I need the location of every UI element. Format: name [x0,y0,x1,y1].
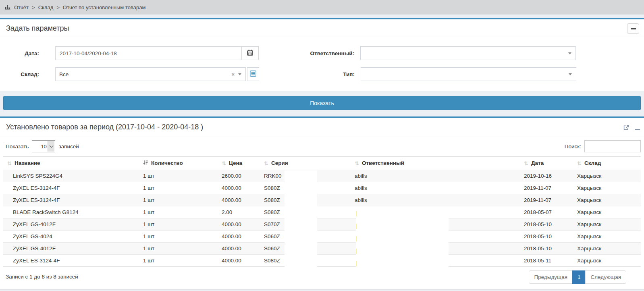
cell-qty: 1 шт [139,231,218,243]
filters-panel-header: Задать параметры [0,19,644,38]
sort-both-icon: ⇅ [222,160,226,166]
column-label: Дата [531,160,544,166]
cell-price: 4000.00 [218,231,260,243]
minus-icon [631,28,636,29]
sort-both-icon: ⇅ [264,160,268,166]
records-info: Записи с 1 до 8 из 8 записей [3,270,78,280]
cell-warehouse: Харцызск [573,182,641,194]
breadcrumb-separator: > [32,4,35,10]
chevron-down-icon [238,73,241,75]
column-header-3[interactable]: ⇅Серия [260,157,351,170]
highlight-artifact [356,261,357,266]
cell-responsible: abills [351,194,520,206]
filters-panel-title: Задать параметры [6,24,638,33]
cell-warehouse: Харцызск [573,218,641,231]
filters-form: Дата: Ответственный: Склад: Все × [0,38,644,91]
filters-panel: Задать параметры Дата: Ответственный: [0,18,644,91]
cell-warehouse: Харцызск [573,194,641,206]
page-length-select[interactable]: 10 [32,140,55,152]
date-label: Дата: [0,50,39,56]
pagination-previous[interactable]: Предыдущая [529,270,573,284]
column-header-2[interactable]: ⇅Цена [218,157,260,170]
collapse-report-icon[interactable] [635,125,640,132]
warehouse-select-value: Все [59,71,69,77]
column-label: Название [15,160,40,166]
report-table: ⇅НазваниеКоличество⇅Цена⇅Серия⇅Ответстве… [3,156,641,267]
cell-name: ZyXEL ES-3124-4F [3,255,139,267]
report-table-body: LinkSYS SPS224G41 шт2600.00RRK00abills20… [3,170,641,267]
page-length-value: 10 [41,143,46,150]
table-row: ZyXEL ES-3124-4F1 шт4000.00S080Zabills20… [3,194,641,206]
breadcrumb: Отчёт > Склад > Отчет по установленным т… [0,0,644,15]
list-icon [250,71,256,78]
warehouse-list-button[interactable] [247,67,259,81]
column-header-5[interactable]: ⇅Дата [520,157,573,170]
column-header-1[interactable]: Количество [139,157,218,170]
report-table-wrap: ⇅НазваниеКоличество⇅Цена⇅Серия⇅Ответстве… [3,156,641,267]
cell-warehouse: Харцызск [573,255,641,267]
collapse-filters-button[interactable] [627,23,639,34]
cell-qty: 1 шт [139,243,218,255]
cell-warehouse: Харцызск [573,231,641,243]
pagination-next[interactable]: Следующая [585,270,626,284]
sort-both-icon: ⇅ [7,160,12,166]
column-label: Серия [271,160,288,166]
clear-selection-icon[interactable]: × [231,72,235,77]
responsible-label: Ответственный: [259,50,354,56]
responsible-select[interactable] [360,46,576,60]
warehouse-label: Склад: [0,71,39,77]
highlight-artifact [356,236,357,241]
search-label: Поиск: [565,143,581,150]
pagination-page-1[interactable]: 1 [572,270,586,284]
breadcrumb-item-current: Отчет по установленным товарам [63,4,146,10]
calendar-button[interactable] [241,46,259,60]
cell-date: 2019-11-07 [520,194,573,206]
export-icon[interactable] [623,125,629,132]
table-row: ZyXEL GS-40241 шт4000.00S060Z2018-05-10Х… [3,231,641,243]
cell-qty: 1 шт [139,255,218,267]
sort-both-icon: ⇅ [524,160,528,166]
column-label: Количество [151,160,183,166]
datatable-footer: Записи с 1 до 8 из 8 записей Предыдущая … [3,270,641,284]
chevron-down-icon [568,52,571,54]
cell-responsible: abills [351,170,520,182]
search-input[interactable] [584,140,641,152]
cell-date: 2018-05-10 [520,218,573,231]
sort-desc-icon [143,160,148,166]
cell-name: LinkSYS SPS224G4 [3,170,139,182]
cell-name: ZyXEL GS-4012F [3,218,139,231]
cell-qty: 1 шт [139,182,218,194]
column-header-6[interactable]: ⇅Склад [573,157,641,170]
column-label: Ответственный [362,160,404,166]
table-row: BLADE RackSwitch G81241 шт2.00S080Z2018-… [3,206,641,218]
cell-price: 4000.00 [218,255,260,267]
cell-date: 2018-05-11 [520,255,573,267]
cell-responsible: abills [351,182,520,194]
page: Отчёт > Склад > Отчет по установленным т… [0,0,644,291]
chevron-down-icon [569,73,572,75]
report-panel: Установлено товаров за период (2017-10-0… [0,116,644,289]
cell-date: 2018-05-07 [520,206,573,218]
cell-warehouse: Харцызск [573,243,641,255]
highlight-artifact [356,249,357,254]
cell-name: ZyXEL ES-3124-4F [3,182,139,194]
table-row: ZyXEL ES-3124-4F1 шт4000.00S080Zabills20… [3,182,641,194]
column-header-0[interactable]: ⇅Название [3,157,139,170]
cell-date: 2019-10-16 [520,170,573,182]
cell-name: BLADE RackSwitch G8124 [3,206,139,218]
table-header-row: ⇅НазваниеКоличество⇅Цена⇅Серия⇅Ответстве… [3,157,641,170]
date-range-input[interactable] [55,46,242,60]
cell-date: 2018-05-10 [520,231,573,243]
warehouse-select[interactable]: Все × [55,67,246,81]
cell-price: 2600.00 [218,170,260,182]
cell-name: ZyXEL ES-3124-4F [3,194,139,206]
cell-name: ZyXEL GS-4012F [3,243,139,255]
type-select[interactable] [361,67,576,81]
redaction-box-responsible [356,208,449,270]
chevron-down-icon [48,141,54,152]
breadcrumb-item-report[interactable]: Отчёт [14,4,29,10]
cell-qty: 1 шт [139,218,218,231]
breadcrumb-item-warehouse[interactable]: Склад [38,4,54,10]
column-header-4[interactable]: ⇅Ответственный [351,157,520,170]
show-button[interactable]: Показать [3,96,641,110]
